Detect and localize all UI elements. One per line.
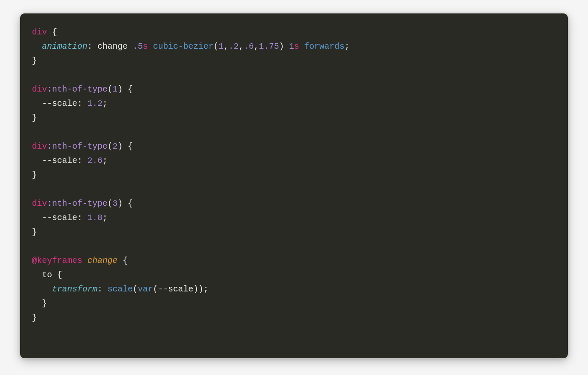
indent — [32, 284, 52, 294]
comma: , — [223, 42, 228, 51]
space — [148, 42, 153, 51]
paren-open: ( — [153, 284, 158, 294]
semicolon: ; — [344, 42, 349, 51]
value: change — [97, 42, 133, 51]
number: 2.6 — [87, 156, 102, 165]
number: 3 — [113, 199, 118, 208]
keyword: forwards — [304, 42, 344, 51]
semicolon: ; — [102, 99, 108, 108]
number: .2 — [228, 42, 239, 51]
number: 1 — [218, 42, 223, 51]
keyframes-name: change — [87, 256, 118, 265]
space — [299, 42, 304, 51]
pseudo-class: :nth-of-type — [47, 84, 108, 94]
brace-close: } — [32, 227, 37, 237]
number: 1.2 — [87, 99, 102, 108]
number: 1.75 — [259, 42, 279, 51]
brace-close: } — [32, 313, 37, 323]
number: 2 — [113, 142, 118, 151]
number: .5 — [133, 42, 143, 51]
custom-property: --scale — [42, 213, 77, 223]
indent — [32, 156, 42, 165]
colon: : — [97, 284, 108, 294]
property: animation — [42, 42, 87, 51]
code-snippet-panel: div { animation: change .5s cubic-bezier… — [20, 13, 568, 358]
brace-open: { — [123, 142, 133, 151]
comma: , — [254, 42, 259, 51]
keyframe-selector: to — [42, 270, 52, 280]
brace-close: } — [42, 299, 47, 308]
paren-close: )) — [193, 284, 203, 294]
pseudo-class: :nth-of-type — [47, 199, 108, 208]
colon: : — [77, 99, 87, 108]
semicolon: ; — [102, 213, 108, 223]
paren-open: ( — [133, 284, 138, 294]
colon: : — [87, 42, 97, 51]
brace-open: { — [123, 84, 133, 94]
brace-open: { — [118, 256, 128, 265]
selector: div — [32, 142, 47, 151]
unit: s — [294, 42, 299, 51]
semicolon: ; — [102, 156, 108, 165]
paren-close: ) — [118, 142, 123, 151]
indent — [32, 213, 42, 223]
brace-open: { — [47, 27, 57, 37]
selector: div — [32, 27, 47, 37]
at-rule: @keyframes — [32, 256, 82, 265]
indent — [32, 299, 42, 308]
custom-property: --scale — [42, 99, 77, 108]
space — [82, 256, 87, 265]
paren-open: ( — [213, 42, 218, 51]
property: transform — [52, 284, 97, 294]
paren-close: ) — [118, 84, 123, 94]
number: 1.8 — [87, 213, 102, 223]
number: .6 — [244, 42, 254, 51]
paren-open: ( — [108, 199, 113, 208]
custom-property: --scale — [42, 156, 77, 165]
semicolon: ; — [203, 284, 208, 294]
comma: , — [239, 42, 244, 51]
selector: div — [32, 84, 47, 94]
colon: : — [77, 156, 87, 165]
paren-close: ) — [118, 199, 123, 208]
colon: : — [77, 213, 87, 223]
indent — [32, 42, 42, 51]
code-block: div { animation: change .5s cubic-bezier… — [32, 25, 556, 325]
paren-open: ( — [108, 84, 113, 94]
function: cubic-bezier — [153, 42, 213, 51]
function: var — [138, 284, 153, 294]
function: scale — [108, 284, 133, 294]
brace-close: } — [32, 56, 37, 66]
paren-close: ) — [279, 42, 289, 51]
indent — [32, 99, 42, 108]
number: 1 — [113, 84, 118, 94]
brace-open: { — [123, 199, 133, 208]
brace-open: { — [52, 270, 62, 280]
number: 1 — [289, 42, 294, 51]
selector: div — [32, 199, 47, 208]
indent — [32, 270, 42, 280]
brace-close: } — [32, 113, 37, 123]
brace-close: } — [32, 170, 37, 180]
pseudo-class: :nth-of-type — [47, 142, 108, 151]
unit: s — [143, 42, 148, 51]
paren-open: ( — [108, 142, 113, 151]
var-name: --scale — [158, 284, 193, 294]
